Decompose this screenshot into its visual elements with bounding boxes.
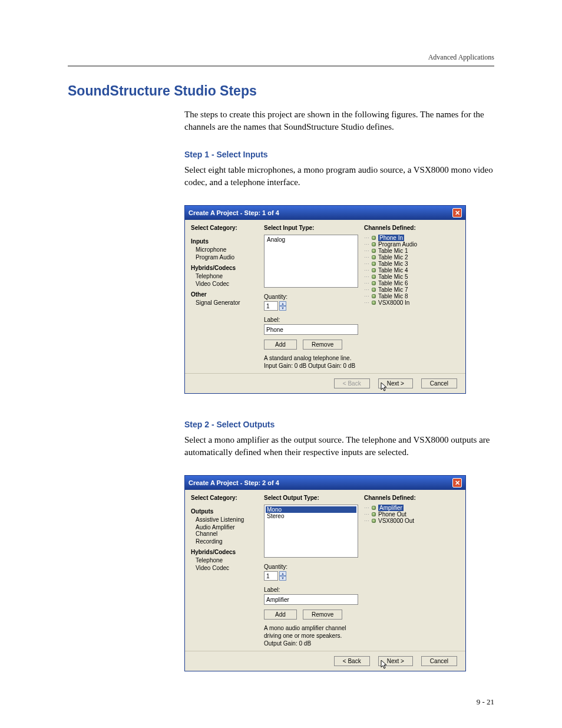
cat-group-inputs: Inputs	[191, 238, 258, 245]
cancel-button[interactable]: Cancel	[421, 656, 457, 666]
quantity-label: Quantity:	[264, 294, 358, 300]
channel-item[interactable]: VSX8000 Out	[378, 518, 414, 524]
step2-heading: Step 2 - Select Outputs	[184, 420, 494, 429]
label-input[interactable]	[264, 324, 358, 335]
close-icon[interactable]: ✕	[452, 478, 462, 487]
description-text: A mono audio amplifier channel driving o…	[264, 624, 358, 647]
channel-icon	[372, 519, 376, 523]
back-button[interactable]: < Back	[334, 656, 370, 666]
channel-icon	[372, 236, 376, 240]
description-text: A standard analog telephone line. Input …	[264, 354, 358, 370]
list-item[interactable]: Analog	[266, 236, 356, 243]
cat-group-outputs: Outputs	[191, 508, 258, 515]
cat-item[interactable]: Signal Generator	[191, 299, 258, 307]
channel-item[interactable]: VSX8000 In	[378, 299, 409, 306]
channel-item[interactable]: Table Mic 3	[378, 261, 408, 267]
channel-item[interactable]: Table Mic 6	[378, 280, 408, 286]
main-heading: SoundStructure Studio Steps	[68, 83, 494, 99]
category-label: Select Category:	[191, 495, 258, 501]
chevron-down-icon[interactable]: ▼	[279, 576, 286, 581]
dialog-titlebar: Create A Project - Step: 2 of 4 ✕	[185, 476, 465, 490]
channel-item[interactable]: Table Mic 8	[378, 293, 408, 299]
channel-icon	[372, 512, 376, 516]
channel-icon	[372, 249, 376, 253]
defined-label: Channels Defined:	[364, 225, 459, 231]
channel-icon	[372, 281, 376, 285]
dialog-title-text: Create A Project - Step: 1 of 4	[189, 209, 279, 216]
cat-item[interactable]: Telephone	[191, 556, 258, 564]
channel-icon	[372, 506, 376, 510]
channel-item[interactable]: Phone In	[378, 235, 404, 241]
cat-group-hybrids: Hybrids/Codecs	[191, 265, 258, 271]
cat-group-other: Other	[191, 291, 258, 298]
quantity-input[interactable]	[264, 571, 278, 581]
add-button[interactable]: Add	[264, 610, 297, 620]
chevron-down-icon[interactable]: ▼	[279, 306, 286, 311]
dialog-step2: Create A Project - Step: 2 of 4 ✕ Select…	[184, 475, 466, 671]
remove-button[interactable]: Remove	[303, 610, 342, 620]
label-label: Label:	[264, 587, 358, 593]
channel-icon	[372, 301, 376, 305]
chevron-up-icon[interactable]: ▲	[279, 571, 286, 576]
cat-item[interactable]: Recording	[191, 538, 258, 545]
channel-icon	[372, 242, 376, 246]
list-item[interactable]: Stereo	[266, 513, 356, 519]
type-label: Select Input Type:	[264, 225, 358, 231]
chevron-up-icon[interactable]: ▲	[279, 301, 286, 306]
channel-item[interactable]: Table Mic 7	[378, 286, 408, 293]
label-input[interactable]	[264, 594, 358, 605]
list-item[interactable]: Mono	[266, 506, 356, 513]
remove-button[interactable]: Remove	[303, 340, 342, 350]
dialog-step1: Create A Project - Step: 1 of 4 ✕ Select…	[184, 205, 466, 394]
channel-icon	[372, 275, 376, 279]
step2-text: Select a mono amplifier as the output so…	[184, 434, 494, 459]
cancel-button[interactable]: Cancel	[421, 378, 457, 388]
dialog-title-text: Create A Project - Step: 2 of 4	[189, 479, 279, 486]
intro-text: The steps to create this project are sho…	[184, 108, 494, 133]
step1-heading: Step 1 - Select Inputs	[184, 150, 494, 159]
quantity-input[interactable]	[264, 301, 278, 311]
page-number: 9 - 21	[68, 697, 494, 707]
next-button[interactable]: Next >	[378, 656, 413, 666]
back-button: < Back	[334, 378, 370, 388]
channel-icon	[372, 268, 376, 272]
channel-item[interactable]: Table Mic 2	[378, 254, 408, 261]
page-header: Advanced Applications	[68, 53, 494, 62]
close-icon[interactable]: ✕	[452, 208, 462, 218]
cat-item[interactable]: Program Audio	[191, 253, 258, 261]
channel-icon	[372, 288, 376, 292]
dialog-titlebar: Create A Project - Step: 1 of 4 ✕	[185, 206, 465, 220]
step1-text: Select eight table microphones, a mono p…	[184, 164, 494, 189]
channel-item[interactable]: Table Mic 5	[378, 274, 408, 280]
next-button[interactable]: Next >	[378, 378, 413, 388]
channel-item[interactable]: Amplifier	[378, 505, 404, 511]
channel-item[interactable]: Table Mic 1	[378, 248, 408, 254]
channel-item[interactable]: Table Mic 4	[378, 267, 408, 274]
cat-item[interactable]: Video Codec	[191, 564, 258, 572]
add-button[interactable]: Add	[264, 340, 297, 350]
type-listbox[interactable]: Analog	[264, 235, 358, 288]
channels-tree: ⋯Phone In ⋯Program Audio ⋯Table Mic 1 ⋯T…	[364, 235, 459, 306]
header-rule	[68, 65, 494, 67]
quantity-label: Quantity:	[264, 564, 358, 570]
cat-item[interactable]: Video Codec	[191, 280, 258, 288]
cat-item[interactable]: Assistive Listening	[191, 516, 258, 523]
channel-icon	[372, 262, 376, 266]
cat-item[interactable]: Audio Amplifier Channel	[191, 523, 258, 538]
channel-icon	[372, 294, 376, 298]
channels-tree: ⋯Amplifier ⋯Phone Out ⋯VSX8000 Out	[364, 505, 459, 524]
cat-group-hybrids: Hybrids/Codecs	[191, 549, 258, 555]
channel-item[interactable]: Phone Out	[378, 511, 406, 518]
channel-item[interactable]: Program Audio	[378, 241, 417, 248]
cat-item[interactable]: Microphone	[191, 246, 258, 253]
category-label: Select Category:	[191, 225, 258, 231]
type-label: Select Output Type:	[264, 495, 358, 501]
label-label: Label:	[264, 317, 358, 323]
defined-label: Channels Defined:	[364, 495, 459, 501]
type-listbox[interactable]: Mono Stereo	[264, 505, 358, 558]
cat-item[interactable]: Telephone	[191, 272, 258, 280]
channel-icon	[372, 255, 376, 259]
